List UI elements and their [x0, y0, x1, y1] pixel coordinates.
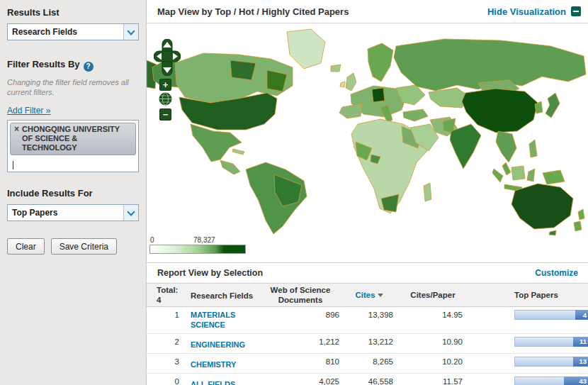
- docs-header-line1: Web of Science: [271, 286, 331, 294]
- world-map[interactable]: [147, 23, 588, 236]
- table-row: 0 ALL FIELDS 4,025 46,558 11.57 43: [147, 374, 588, 385]
- sort-desc-icon: [378, 294, 383, 297]
- legend-min-label: 0: [150, 236, 154, 244]
- customize-link[interactable]: Customize: [535, 268, 578, 278]
- clear-button[interactable]: Clear: [7, 238, 45, 255]
- globe-reset-icon[interactable]: [159, 92, 172, 106]
- total-label: Total:: [157, 286, 178, 294]
- top-papers-bar: 43: [514, 376, 588, 385]
- total-value: 4: [157, 296, 161, 304]
- results-list-dropdown[interactable]: Research Fields: [7, 23, 139, 40]
- report-section: Report View by Selection Customize Total…: [147, 262, 588, 385]
- filter-results-heading: Filter Results By?: [7, 59, 139, 72]
- filter-tag[interactable]: × CHONGQING UNIVERSITY OF SCIENCE & TECH…: [10, 123, 136, 155]
- top-papers-bar: 11: [514, 337, 588, 347]
- top-papers-bar-fill: 11: [573, 337, 588, 347]
- cites-per-paper-cell: 11.57: [396, 374, 470, 385]
- filter-results-label: Filter Results By: [7, 59, 80, 69]
- cites-cell: 13,212: [342, 334, 396, 346]
- column-header-documents: Web of Science Documents: [259, 285, 342, 306]
- column-header-research-fields: Research Fields: [188, 288, 259, 303]
- top-papers-bar-fill: 4: [575, 310, 588, 320]
- zoom-out-button[interactable]: −: [159, 108, 171, 121]
- map-view-title: Map View by Top / Hot / Highly Cited Pap…: [157, 6, 349, 17]
- field-link[interactable]: MATERIALS SCIENCE: [191, 311, 259, 330]
- top-papers-bar-fill: 13: [573, 357, 588, 367]
- map-pan-control[interactable]: [154, 39, 181, 76]
- cites-per-paper-cell: 10.90: [396, 334, 470, 346]
- legend-max-label: 78,327: [193, 236, 215, 244]
- include-results-dropdown[interactable]: Top Papers: [7, 204, 139, 221]
- column-header-total: Total: 4: [147, 285, 188, 306]
- cites-header-label: Cites: [355, 291, 375, 299]
- column-header-cites-per-paper: Cites/Paper: [396, 291, 470, 299]
- rank-cell: 1: [147, 307, 188, 319]
- remove-filter-icon[interactable]: ×: [14, 124, 19, 134]
- rank-cell: 2: [147, 334, 188, 346]
- cites-cell: 46,558: [342, 374, 396, 385]
- map-view-header: Map View by Top / Hot / Highly Cited Pap…: [147, 0, 588, 23]
- zoom-in-button[interactable]: +: [159, 79, 171, 91]
- top-papers-bar-track: [514, 357, 573, 367]
- field-link[interactable]: ENGINEERING: [191, 340, 245, 350]
- filter-list-box[interactable]: × CHONGQING UNIVERSITY OF SCIENCE & TECH…: [7, 120, 139, 172]
- top-papers-bar: 4: [514, 310, 588, 320]
- map-region-oceania[interactable]: [492, 166, 584, 235]
- docs-cell: 4,025: [259, 374, 342, 385]
- top-papers-bar-track: [514, 376, 564, 385]
- main-panel: Map View by Top / Hot / Highly Cited Pap…: [147, 0, 588, 385]
- column-header-cites[interactable]: Cites: [342, 291, 396, 299]
- table-header-row: Total: 4 Research Fields Web of Science …: [147, 283, 588, 307]
- column-header-top-papers: Top Papers: [470, 291, 588, 299]
- filter-tag-label: CHONGQING UNIVERSITY OF SCIENCE & TECHNO…: [22, 125, 120, 152]
- docs-cell: 810: [259, 354, 342, 366]
- filter-note: Changing the filter field removes all cu…: [7, 77, 132, 98]
- table-row: 3 CHEMISTRY 810 8,265 10.20 13: [147, 354, 588, 374]
- dropdown-button[interactable]: [123, 205, 138, 221]
- table-row: 2 ENGINEERING 1,212 13,212 10.90 11: [147, 334, 588, 354]
- include-results-value: Top Papers: [8, 208, 57, 218]
- save-criteria-button[interactable]: Save Criteria: [51, 238, 117, 255]
- hide-visualization-label: Hide Visualization: [487, 6, 566, 17]
- rank-cell: 0: [147, 374, 188, 385]
- docs-cell: 896: [259, 307, 342, 319]
- cites-per-paper-cell: 14.95: [396, 307, 470, 319]
- map-region-south-america[interactable]: [246, 162, 307, 234]
- rank-cell: 3: [147, 354, 188, 366]
- cites-cell: 13,398: [342, 307, 396, 319]
- top-papers-bar-track: [514, 310, 575, 320]
- cites-per-paper-cell: 10.20: [396, 354, 470, 366]
- collapse-icon[interactable]: [571, 6, 581, 16]
- cites-cell: 8,265: [342, 354, 396, 366]
- docs-cell: 1,212: [259, 334, 342, 346]
- legend-gradient-bar: [149, 245, 246, 254]
- map-area: + − 0 78,327: [147, 23, 588, 262]
- top-papers-bar-track: [514, 337, 573, 347]
- table-row: 1 MATERIALS SCIENCE 896 13,398 14.95 4: [147, 307, 588, 334]
- top-papers-bar: 13: [514, 357, 588, 367]
- dropdown-button[interactable]: [123, 24, 138, 40]
- chevron-down-icon: [127, 208, 135, 216]
- help-icon[interactable]: ?: [84, 62, 94, 72]
- sidebar-buttons: Clear Save Criteria: [7, 238, 139, 255]
- report-title: Report View by Selection: [157, 268, 263, 278]
- field-link[interactable]: CHEMISTRY: [191, 360, 236, 370]
- results-list-value: Research Fields: [8, 27, 77, 37]
- text-caret: [13, 161, 13, 169]
- field-link[interactable]: ALL FIELDS: [191, 380, 235, 385]
- add-filter-link[interactable]: Add Filter »: [7, 106, 50, 116]
- top-papers-bar-fill: 43: [564, 376, 588, 385]
- chevron-down-icon: [127, 27, 135, 35]
- include-results-heading: Include Results For: [7, 188, 139, 199]
- hide-visualization-link[interactable]: Hide Visualization: [487, 6, 581, 17]
- map-legend: 0 78,327: [149, 236, 249, 254]
- results-list-heading: Results List: [7, 7, 139, 18]
- filter-sidebar: Results List Research Fields Filter Resu…: [0, 0, 147, 385]
- docs-header-line2: Documents: [278, 296, 323, 304]
